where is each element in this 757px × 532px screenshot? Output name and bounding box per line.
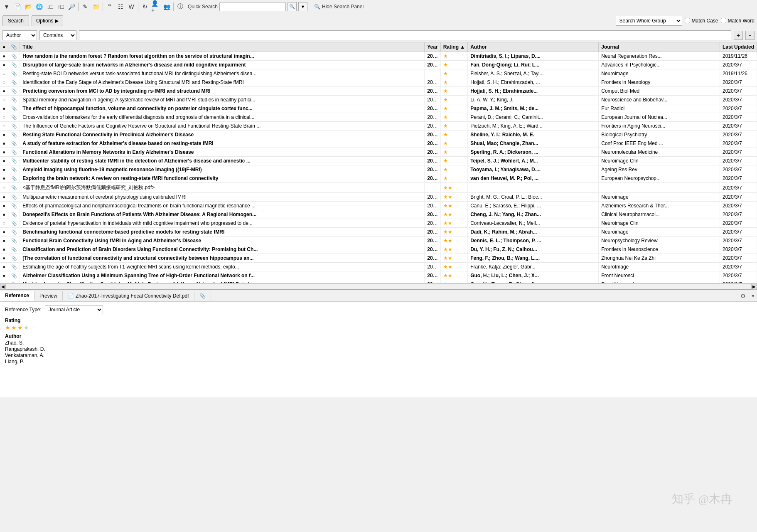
col-header-journal[interactable]: Journal <box>599 42 720 52</box>
match-word-label[interactable]: Match Word <box>721 18 755 24</box>
cell-title[interactable]: Identification of the Early Stage of Alz… <box>20 78 425 87</box>
table-row[interactable]: ●📎Amyloid imaging using fluorine-19 magn… <box>0 165 757 174</box>
col-header-bullet[interactable]: ● <box>0 42 8 52</box>
table-row[interactable]: ○📎Cross-validation of biomarkers for the… <box>0 113 757 122</box>
toolbar-icon-user2[interactable]: 👥 <box>162 2 172 12</box>
cell-title[interactable]: Classification and Prediction of Brain D… <box>20 245 425 254</box>
match-case-label[interactable]: Match Case <box>685 18 718 24</box>
col-header-attach[interactable]: 📎 <box>8 42 20 52</box>
filter-remove-button[interactable]: - <box>745 31 755 40</box>
toolbar-icon-folder[interactable]: 📁 <box>91 2 101 12</box>
table-row[interactable]: ●📎Classification and Prediction of Brain… <box>0 245 757 254</box>
options-button[interactable]: Options ▶ <box>32 15 63 26</box>
col-header-author[interactable]: Author <box>468 42 599 52</box>
cell-title[interactable]: How random is the random forest ? Random… <box>20 52 425 61</box>
search-whole-group-select[interactable]: Search Whole Group <box>616 16 682 26</box>
toolbar-icon-export[interactable]: ↓□ <box>45 2 55 12</box>
cell-title[interactable]: Predicting conversion from MCI to AD by … <box>20 87 425 96</box>
table-row[interactable]: ●📎Multiparametric measurement of cerebra… <box>0 193 757 202</box>
cell-title[interactable]: Machine Learning Classification Combinin… <box>20 280 425 284</box>
toolbar-icon-sync[interactable]: ↻ <box>140 2 150 12</box>
cell-title[interactable]: Donepezil's Effects on Brain Functions o… <box>20 210 425 219</box>
cell-title[interactable]: Resting State Functional Connectivity in… <box>20 131 425 139</box>
tab-attach[interactable]: 📎 <box>194 291 211 300</box>
col-header-title[interactable]: Title <box>20 42 425 52</box>
toolbar-icon-edit[interactable]: ✎ <box>80 2 90 12</box>
cell-title[interactable]: Multiparametric measurement of cerebral … <box>20 193 425 202</box>
col-header-rating[interactable]: Rating ▲ <box>440 42 468 52</box>
table-row[interactable]: ○📎The Influence of Genetic Factors and C… <box>0 122 757 131</box>
toolbar-icon-users[interactable]: 👤+ <box>151 2 161 12</box>
cell-title[interactable]: The effect of hippocampal function, volu… <box>20 104 425 113</box>
bottom-dropdown-btn[interactable]: ▼ <box>749 293 757 298</box>
filter-add-button[interactable]: + <box>734 31 743 40</box>
cell-title[interactable]: Amyloid imaging using fluorine-19 magnet… <box>20 165 425 174</box>
table-row[interactable]: ●📎Alzheimer Classification Using a Minim… <box>0 271 757 280</box>
filter-value-input[interactable] <box>79 30 731 40</box>
match-word-checkbox[interactable] <box>721 18 726 23</box>
filter-field-select[interactable]: AuthorTitleYearJournalKeywords <box>2 30 37 40</box>
quick-search-magnifier[interactable]: 🔍 <box>288 2 297 11</box>
table-row[interactable]: ○📎Resting-state BOLD networks versus tas… <box>0 69 757 78</box>
table-row[interactable]: ●📎Effects of pharmacological and nonphar… <box>0 202 757 210</box>
tab-preview[interactable]: Preview <box>34 291 63 300</box>
table-row[interactable]: ●📎Predicting conversion from MCI to AD b… <box>0 87 757 96</box>
cell-title[interactable]: Exploring the brain network: A review on… <box>20 174 425 183</box>
toolbar-icon-open[interactable]: 📂 <box>23 2 33 12</box>
table-row[interactable]: ●📎Functional Brain Connectivity Using fM… <box>0 236 757 245</box>
toolbar-icon-list[interactable]: ☷ <box>116 2 125 12</box>
search-button[interactable]: Search <box>2 15 29 26</box>
table-row[interactable]: ●📎The effect of hippocampal function, vo… <box>0 104 757 113</box>
table-row[interactable]: ●📎Resting State Functional Connectivity … <box>0 131 757 139</box>
bottom-settings-button[interactable]: ⚙ <box>737 293 749 299</box>
table-row[interactable]: ●📎Benchmarking functional connectome-bas… <box>0 228 757 236</box>
cell-title[interactable]: Functional Brain Connectivity Using fMRI… <box>20 236 425 245</box>
toolbar-icon-search-doc[interactable]: 🔎 <box>66 2 76 12</box>
match-case-checkbox[interactable] <box>685 18 690 23</box>
tab-reference[interactable]: Reference <box>0 291 34 301</box>
cell-title[interactable]: Evidence of parietal hyperactivation in … <box>20 219 425 228</box>
cell-title[interactable]: Resting-state BOLD networks versus task-… <box>20 69 425 78</box>
toolbar-icon-web[interactable]: 🌐 <box>34 2 44 12</box>
table-row[interactable]: ●📎Multicenter stability of resting state… <box>0 157 757 165</box>
table-row[interactable]: ●📎Machine Learning Classification Combin… <box>0 280 757 284</box>
cell-title[interactable]: Multicenter stability of resting state f… <box>20 157 425 165</box>
col-header-year[interactable]: Year <box>425 42 440 52</box>
cell-title[interactable]: Disruption of large-scale brain networks… <box>20 61 425 69</box>
table-row[interactable]: ○📎<基于静息态fMRI的阿尔茨海默病低频振幅研究_刘艳秋.pdf>★★2020… <box>0 183 757 193</box>
scroll-left-arrow[interactable]: ◀ <box>0 284 6 290</box>
cell-title[interactable]: Effects of pharmacological and nonpharma… <box>20 202 425 210</box>
cell-title[interactable]: <基于静息态fMRI的阿尔茨海默病低频振幅研究_刘艳秋.pdf> <box>20 183 425 193</box>
table-row[interactable]: ○📎Evidence of parietal hyperactivation i… <box>0 219 757 228</box>
cell-title[interactable]: Estimating the age of healthy subjects f… <box>20 263 425 271</box>
hide-search-panel-button[interactable]: 🔍 Hide Search Panel <box>312 3 366 10</box>
col-header-updated[interactable]: Last Updated <box>720 42 757 52</box>
filter-condition-select[interactable]: ContainsIsStarts With <box>39 30 76 40</box>
toolbar-icon-quote[interactable]: ❞ <box>105 2 115 12</box>
toolbar-icon-new[interactable]: 📄 <box>12 2 22 12</box>
ref-type-select[interactable]: Journal ArticleBookBook SectionConferenc… <box>45 305 103 314</box>
cell-title[interactable]: Spatial memory and navigation in ageing:… <box>20 96 425 104</box>
cell-title[interactable]: [The correlation of functional connectiv… <box>20 254 425 263</box>
cell-title[interactable]: Alzheimer Classification Using a Minimum… <box>20 271 425 280</box>
table-row[interactable]: ●📎How random is the random forest ? Rand… <box>0 52 757 61</box>
toolbar-icon-upload[interactable]: ↑□ <box>56 2 66 12</box>
table-row[interactable]: ●📎Disruption of large-scale brain networ… <box>0 61 757 69</box>
table-row[interactable]: ●📎Functional Alterations in Memory Netwo… <box>0 148 757 157</box>
quick-search-input[interactable] <box>219 2 286 11</box>
cell-title[interactable]: Benchmarking functional connectome-based… <box>20 228 425 236</box>
scroll-right-arrow[interactable]: ▶ <box>751 284 757 290</box>
cell-title[interactable]: The Influence of Genetic Factors and Cog… <box>20 122 425 131</box>
table-row[interactable]: ●📎A study of feature extraction for Alzh… <box>0 139 757 148</box>
cell-title[interactable]: Cross-validation of biomarkers for the e… <box>20 113 425 122</box>
table-row[interactable]: ●📎Donepezil's Effects on Brain Functions… <box>0 210 757 219</box>
table-row[interactable]: ●📎Estimating the age of healthy subjects… <box>0 263 757 271</box>
table-row[interactable]: ○📎Spatial memory and navigation in agein… <box>0 96 757 104</box>
table-row[interactable]: ○📎Identification of the Early Stage of A… <box>0 78 757 87</box>
cell-title[interactable]: A study of feature extraction for Alzhei… <box>20 139 425 148</box>
toolbar-icon-1[interactable]: ▼ <box>2 2 12 12</box>
tab-pdf[interactable]: 📄 Zhao-2017-Investigating Focal Connecti… <box>63 291 194 300</box>
cell-title[interactable]: Functional Alterations in Memory Network… <box>20 148 425 157</box>
table-row[interactable]: ●📎Exploring the brain network: A review … <box>0 174 757 183</box>
horizontal-scrollbar[interactable]: ◀ ▶ <box>0 283 757 289</box>
